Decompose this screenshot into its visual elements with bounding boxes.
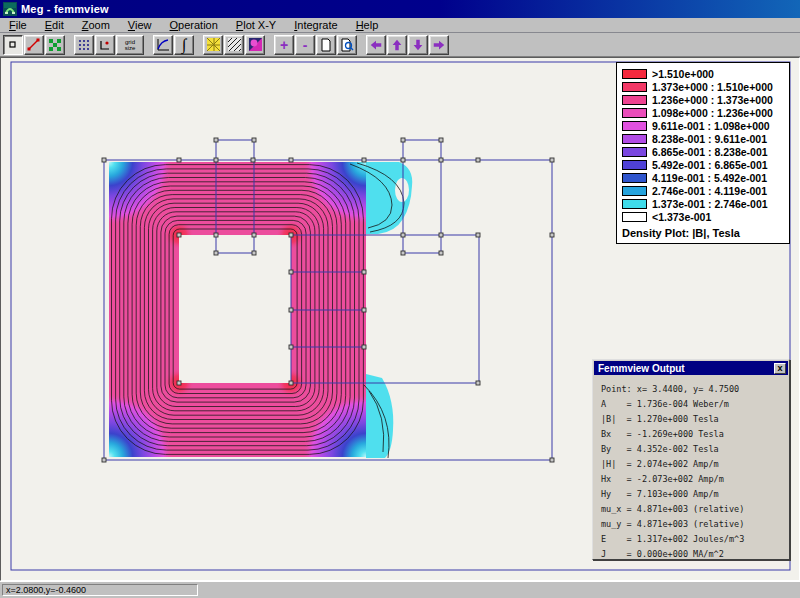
point-mode-button[interactable] bbox=[3, 35, 23, 55]
node-handle[interactable] bbox=[401, 158, 405, 162]
output-line: Point: x= 3.4400, y= 4.7500 bbox=[601, 382, 789, 397]
zoom-in-icon: + bbox=[280, 39, 288, 51]
legend-row: 1.236e+000 : 1.373e+000 bbox=[622, 93, 786, 106]
node-handle[interactable] bbox=[362, 270, 366, 274]
line-integral-button[interactable]: ∫ bbox=[174, 35, 194, 55]
zoom-window-button[interactable] bbox=[337, 35, 357, 55]
density-plot-button[interactable] bbox=[245, 35, 265, 55]
output-window-title: Femmview Output bbox=[598, 363, 774, 374]
node-handle[interactable] bbox=[214, 138, 218, 142]
node-handle[interactable] bbox=[362, 158, 366, 162]
node-handle[interactable] bbox=[177, 158, 181, 162]
application-window: Meg - femmview FileEditZoomViewOperation… bbox=[0, 0, 800, 598]
window-title: Meg - femmview bbox=[21, 3, 109, 15]
page-icon bbox=[319, 38, 333, 52]
node-handle[interactable] bbox=[476, 233, 480, 237]
legend-swatch bbox=[622, 212, 647, 222]
bh-curve-icon bbox=[156, 37, 171, 52]
contour-plot-button[interactable] bbox=[224, 35, 244, 55]
node-handle[interactable] bbox=[476, 158, 480, 162]
node-handle[interactable] bbox=[439, 138, 443, 142]
output-window: Femmview Output x Point: x= 3.4400, y= 4… bbox=[592, 359, 790, 560]
title-bar[interactable]: Meg - femmview bbox=[0, 0, 800, 18]
pan-up-button[interactable] bbox=[387, 35, 407, 55]
output-line: mu_x = 4.871e+003 (relative) bbox=[601, 502, 789, 517]
node-handle[interactable] bbox=[252, 251, 256, 255]
node-handle[interactable] bbox=[177, 233, 181, 237]
pan-down-button[interactable] bbox=[408, 35, 428, 55]
menu-item-operation[interactable]: Operation bbox=[161, 19, 227, 31]
node-handle[interactable] bbox=[289, 158, 293, 162]
node-handle[interactable] bbox=[214, 251, 218, 255]
zoom-in-button[interactable]: + bbox=[274, 35, 294, 55]
arrow-left-icon bbox=[369, 38, 383, 52]
drawing-area[interactable]: >1.510e+0001.373e+000 : 1.510e+0001.236e… bbox=[0, 57, 800, 581]
node-handle[interactable] bbox=[362, 308, 366, 312]
legend-swatch bbox=[622, 134, 647, 144]
point-icon bbox=[6, 38, 20, 52]
show-mesh-button[interactable] bbox=[203, 35, 223, 55]
node-handle[interactable] bbox=[251, 158, 255, 162]
node-handle[interactable] bbox=[289, 270, 293, 274]
node-handle[interactable] bbox=[439, 158, 443, 162]
node-handle[interactable] bbox=[550, 233, 554, 237]
menu-item-edit[interactable]: Edit bbox=[36, 19, 73, 31]
output-line: J = 0.000e+000 MA/m^2 bbox=[601, 547, 789, 562]
node-handle[interactable] bbox=[214, 158, 218, 162]
block-mode-button[interactable] bbox=[45, 35, 65, 55]
node-handle[interactable] bbox=[476, 381, 480, 385]
legend-label: 2.746e-001 : 4.119e-001 bbox=[652, 185, 767, 197]
legend-rows: >1.510e+0001.373e+000 : 1.510e+0001.236e… bbox=[622, 67, 786, 223]
node-handle[interactable] bbox=[289, 233, 293, 237]
node-handle[interactable] bbox=[252, 138, 256, 142]
node-handle[interactable] bbox=[289, 381, 293, 385]
legend-swatch bbox=[622, 199, 647, 209]
node-handle[interactable] bbox=[401, 233, 405, 237]
node-handle[interactable] bbox=[289, 308, 293, 312]
menu-item-file[interactable]: File bbox=[0, 19, 36, 31]
node-handle[interactable] bbox=[550, 458, 554, 462]
node-handle[interactable] bbox=[439, 233, 443, 237]
output-line: Bx = -1.269e+000 Tesla bbox=[601, 427, 789, 442]
show-grid-button[interactable] bbox=[74, 35, 94, 55]
output-lines: Point: x= 3.4400, y= 4.7500A = 1.736e-00… bbox=[593, 376, 789, 562]
pan-right-button[interactable] bbox=[429, 35, 449, 55]
node-handle[interactable] bbox=[177, 381, 181, 385]
node-handle[interactable] bbox=[362, 345, 366, 349]
menu-item-integrate[interactable]: Integrate bbox=[285, 19, 346, 31]
legend-row: 5.492e-001 : 6.865e-001 bbox=[622, 158, 786, 171]
contour-mode-button[interactable] bbox=[24, 35, 44, 55]
zoom-out-icon: - bbox=[303, 39, 308, 51]
node-handle[interactable] bbox=[550, 158, 554, 162]
grid-size-button[interactable]: grid size bbox=[116, 35, 144, 55]
legend-label: 1.098e+000 : 1.236e+000 bbox=[652, 107, 773, 119]
node-handle[interactable] bbox=[439, 251, 443, 255]
menu-item-help[interactable]: Help bbox=[347, 19, 388, 31]
legend-row: 1.373e-001 : 2.746e-001 bbox=[622, 197, 786, 210]
output-window-title-bar[interactable]: Femmview Output x bbox=[594, 361, 788, 375]
close-icon[interactable]: x bbox=[774, 363, 786, 374]
zoom-out-button[interactable]: - bbox=[295, 35, 315, 55]
node-handle[interactable] bbox=[289, 345, 293, 349]
menu-item-zoom[interactable]: Zoom bbox=[73, 19, 119, 31]
node-handle[interactable] bbox=[102, 458, 106, 462]
pan-left-button[interactable] bbox=[366, 35, 386, 55]
output-line: By = 4.352e-002 Tesla bbox=[601, 442, 789, 457]
node-handle[interactable] bbox=[252, 233, 256, 237]
menu-item-view[interactable]: View bbox=[119, 19, 161, 31]
node-handle[interactable] bbox=[401, 251, 405, 255]
legend-label: >1.510e+000 bbox=[652, 68, 714, 80]
output-line: E = 1.317e+002 Joules/m^3 bbox=[601, 532, 789, 547]
grid-size-label: grid size bbox=[125, 39, 136, 51]
zoom-extents-button[interactable] bbox=[316, 35, 336, 55]
density-plot-icon bbox=[248, 37, 263, 52]
menu-item-plot-x-y[interactable]: Plot X-Y bbox=[227, 19, 285, 31]
legend-row: 9.611e-001 : 1.098e+000 bbox=[622, 119, 786, 132]
legend-row: <1.373e-001 bbox=[622, 210, 786, 223]
snap-to-grid-button[interactable] bbox=[95, 35, 115, 55]
node-handle[interactable] bbox=[102, 158, 106, 162]
node-handle[interactable] bbox=[401, 138, 405, 142]
node-handle[interactable] bbox=[214, 233, 218, 237]
bh-plot-button[interactable] bbox=[153, 35, 173, 55]
output-line: Hy = 7.103e+000 Amp/m bbox=[601, 487, 789, 502]
